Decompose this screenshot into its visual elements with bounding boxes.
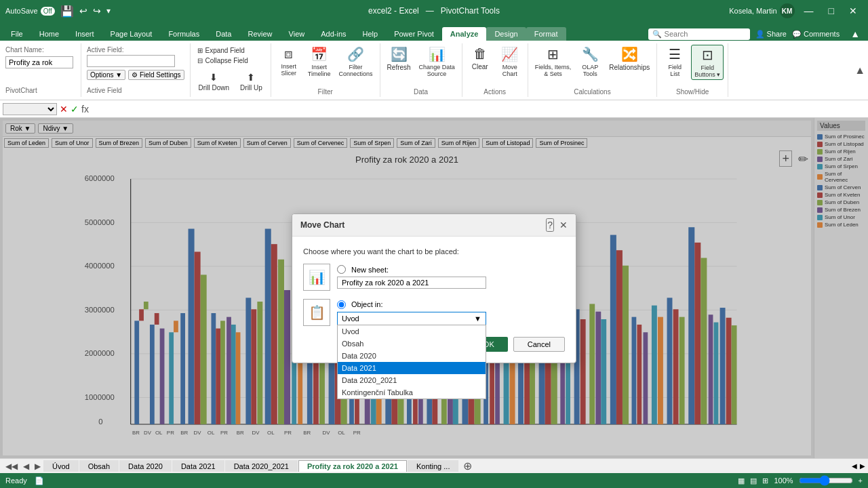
sheet-tab-data2020-2021[interactable]: Data 2020_2021 — [225, 460, 298, 472]
sheet-tabs: ◀◀ ◀ ▶ Úvod Obsah Data 2020 Data 2021 Da… — [0, 458, 868, 473]
view-normal-icon[interactable]: ▦ — [738, 476, 745, 485]
redo-icon[interactable]: ↪ — [93, 5, 101, 16]
collapse-icon: ⊟ — [197, 57, 203, 64]
filter-section: ⧈ InsertSlicer 📅 InsertTimeline 🔗 Filter… — [271, 43, 380, 97]
sheet-tab-data2021[interactable]: Data 2021 — [172, 460, 224, 472]
sheet-nav-prev[interactable]: ◀ — [20, 462, 32, 471]
filter-section-title: Filter — [318, 87, 333, 96]
modal-close-button[interactable]: ✕ — [559, 218, 568, 232]
refresh-button[interactable]: 🔄 Refresh — [384, 45, 414, 73]
change-data-source-button[interactable]: 📊 Change DataSource — [416, 45, 458, 79]
zoom-level: 100% — [774, 476, 793, 485]
tab-formulas[interactable]: Formulas — [160, 27, 208, 41]
tab-page-layout[interactable]: Page Layout — [102, 27, 161, 41]
object-in-radio[interactable] — [337, 300, 346, 309]
autosave-toggle[interactable]: AutoSave Off — [5, 7, 55, 16]
scroll-right-icon[interactable]: ▶ — [860, 462, 865, 470]
options-button[interactable]: Options ▼ — [87, 70, 125, 80]
insert-timeline-button[interactable]: 📅 InsertTimeline — [305, 45, 334, 79]
sheet-tab-obsah[interactable]: Obsah — [79, 460, 119, 472]
dropdown-item-obsah[interactable]: Obsah — [338, 338, 486, 350]
sheet-tab-uvod[interactable]: Úvod — [43, 460, 79, 472]
dropdown-selected-value[interactable]: Uvod ▼ — [337, 312, 486, 325]
chart-name-label: Chart Name: — [5, 46, 75, 54]
maximize-button[interactable]: □ — [823, 4, 840, 18]
relationships-button[interactable]: 🔀 Relationships — [606, 45, 652, 73]
zoom-in-icon[interactable]: + — [859, 476, 863, 485]
sheet-nav-first[interactable]: ◀◀ — [3, 462, 20, 471]
new-sheet-input[interactable] — [337, 277, 486, 289]
view-layout-icon[interactable]: ▤ — [750, 476, 757, 485]
sheet-tab-konting[interactable]: Konting ... — [408, 460, 459, 472]
window-title: excel2 - Excel — PivotChart Tools — [368, 6, 500, 16]
data-source-icon: 📊 — [429, 46, 446, 62]
chart-name-section: Chart Name: PivotChart — [0, 43, 81, 97]
filter-icon: 🔗 — [347, 46, 364, 62]
tab-view[interactable]: View — [281, 27, 313, 41]
save-icon[interactable]: 💾 — [60, 5, 74, 18]
undo-icon[interactable]: ↩ — [79, 5, 87, 16]
zoom-slider[interactable] — [799, 475, 853, 486]
sheet-tab-profity[interactable]: Profity za rok 2020 a 2021 — [298, 460, 407, 472]
tab-format[interactable]: Format — [526, 27, 566, 41]
new-sheet-label: New sheet: — [351, 266, 389, 274]
calculations-section: ⊞ Fields, Items,& Sets 🔧 OLAPTools 🔀 Rel… — [528, 43, 658, 97]
dropdown-item-data2020[interactable]: Data 2020 — [338, 350, 486, 362]
sheet-nav-next[interactable]: ▶ — [32, 462, 43, 471]
tab-review[interactable]: Review — [239, 27, 280, 41]
cancel-button[interactable]: Cancel — [513, 337, 565, 352]
active-field-input[interactable] — [87, 55, 175, 67]
close-button[interactable]: ✕ — [844, 4, 863, 18]
dropdown-item-kontingencni[interactable]: Kontingenční Tabulka — [338, 386, 486, 399]
dropdown-item-data2020-2021[interactable]: Data 2020_2021 — [338, 374, 486, 386]
tab-power-pivot[interactable]: Power Pivot — [386, 27, 442, 41]
drill-down-button[interactable]: ⬇ Drill Down — [196, 70, 233, 93]
dropdown-item-uvod[interactable]: Uvod — [338, 325, 486, 338]
fields-items-sets-button[interactable]: ⊞ Fields, Items,& Sets — [532, 45, 574, 79]
view-pagebreak-icon[interactable]: ⊞ — [762, 476, 768, 485]
comments-button[interactable]: 💬 Comments — [792, 30, 840, 39]
formula-input[interactable] — [92, 105, 865, 113]
search-box[interactable]: 🔍 — [648, 28, 750, 40]
field-buttons-button[interactable]: ⊡ FieldButtons ▾ — [691, 45, 724, 80]
dropdown-item-data2021[interactable]: Data 2021 — [338, 362, 486, 374]
chart-name-input[interactable] — [5, 56, 73, 68]
insert-function-icon[interactable]: fx — [81, 104, 89, 115]
collapse-ribbon-arrow[interactable]: ▲ — [854, 64, 865, 77]
name-box[interactable] — [3, 103, 57, 115]
modal-help-button[interactable]: ? — [546, 218, 554, 232]
active-field-buttons: Options ▼ ⚙ Field Settings — [87, 70, 184, 80]
tab-design[interactable]: Design — [486, 27, 526, 41]
new-sheet-radio[interactable] — [337, 265, 346, 274]
filter-connections-button[interactable]: 🔗 FilterConnections — [336, 45, 376, 79]
add-sheet-button[interactable]: ⊕ — [459, 460, 476, 472]
tab-analyze[interactable]: Analyze — [442, 27, 487, 41]
tab-data[interactable]: Data — [208, 27, 239, 41]
cancel-formula-icon[interactable]: ✕ — [60, 104, 68, 115]
expand-field-button[interactable]: ⊞ Expand Field — [196, 46, 265, 55]
share-button[interactable]: 👤 Share — [755, 30, 787, 39]
olap-tools-button[interactable]: 🔧 OLAPTools — [576, 45, 604, 79]
clear-button[interactable]: 🗑 Clear — [467, 45, 494, 72]
tab-add-ins[interactable]: Add-ins — [313, 27, 354, 41]
sheet-tab-data2020[interactable]: Data 2020 — [119, 460, 172, 472]
object-in-dropdown[interactable]: Uvod ▼ Uvod Obsah Data 2020 Data 2021 Da… — [337, 312, 486, 325]
field-list-button[interactable]: ☰ FieldList — [661, 45, 688, 79]
search-input[interactable] — [665, 30, 746, 38]
field-buttons-icon: ⊡ — [702, 47, 713, 63]
collapse-field-button[interactable]: ⊟ Collapse Field — [196, 56, 265, 65]
tab-file[interactable]: File — [3, 27, 31, 41]
tab-home[interactable]: Home — [31, 27, 67, 41]
move-chart-button[interactable]: 📈 MoveChart — [496, 45, 524, 79]
customize-icon[interactable]: ▾ — [106, 6, 111, 16]
minimize-button[interactable]: — — [799, 4, 819, 18]
confirm-formula-icon[interactable]: ✓ — [71, 104, 79, 115]
insert-slicer-button[interactable]: ⧈ InsertSlicer — [275, 45, 302, 78]
tab-help[interactable]: Help — [355, 27, 387, 41]
collapse-ribbon-button[interactable]: ▲ — [845, 27, 865, 41]
field-settings-button[interactable]: ⚙ Field Settings — [128, 70, 184, 80]
formula-bar: ✕ ✓ fx — [0, 100, 868, 118]
scroll-left-icon[interactable]: ◀ — [852, 462, 857, 470]
drill-up-button[interactable]: ⬆ Drill Up — [237, 70, 265, 93]
tab-insert[interactable]: Insert — [67, 27, 102, 41]
